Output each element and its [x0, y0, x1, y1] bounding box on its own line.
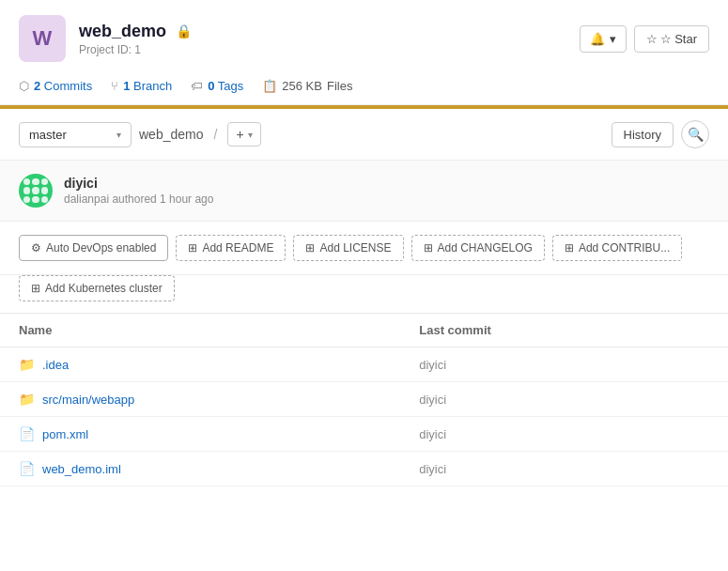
stats-bar: ⬡ 2 Commits ⑂ 1 Branch 🏷 0 Tags 📋 256 KB… [0, 73, 728, 105]
file-name-link[interactable]: .idea [42, 358, 69, 372]
search-icon: 🔍 [688, 127, 704, 142]
branch-right: History 🔍 [612, 120, 709, 148]
commits-count: 2 [34, 79, 40, 93]
add-readme-label: Add README [202, 241, 273, 255]
tags-stat: 🏷 0 Tags [191, 79, 243, 93]
notify-chevron: ▾ [610, 32, 616, 46]
branch-selector[interactable]: master ▾ [19, 122, 132, 147]
star-label: ☆ Star [660, 32, 697, 46]
kubernetes-row: ⊞ Add Kubernetes cluster [0, 275, 728, 313]
license-plus-icon: ⊞ [305, 241, 315, 255]
history-button[interactable]: History [612, 122, 674, 147]
auto-devops-label: Auto DevOps enabled [46, 241, 156, 255]
branches-link[interactable]: 1 Branch [123, 79, 172, 93]
file-table-body: 📁.ideadiyici📁src/main/webappdiyici📄pom.x… [0, 347, 728, 486]
repo-info: web_demo 🔒 Project ID: 1 [79, 22, 192, 56]
commit-author: diyici [64, 176, 213, 191]
contributing-plus-icon: ⊞ [565, 241, 574, 255]
add-readme-button[interactable]: ⊞ Add README [176, 235, 286, 261]
branch-icon: ⑂ [111, 79, 118, 93]
add-kubernetes-button[interactable]: ⊞ Add Kubernetes cluster [19, 275, 175, 301]
branches-label: Branch [133, 79, 172, 93]
table-row: 📁src/main/webappdiyici [0, 382, 728, 417]
tags-label: Tags [218, 79, 243, 93]
file-name-link[interactable]: web_demo.iml [42, 462, 121, 476]
branches-count: 1 [123, 79, 130, 93]
file-icon: 📄 [19, 461, 35, 476]
commits-label: Commits [44, 79, 92, 93]
readme-plus-icon: ⊞ [188, 241, 197, 255]
table-row: 📄web_demo.imldiyici [0, 452, 728, 486]
table-row: 📄pom.xmldiyici [0, 417, 728, 452]
auto-devops-button[interactable]: ⚙ Auto DevOps enabled [19, 235, 168, 261]
tag-icon: 🏷 [191, 79, 203, 93]
commits-stat: ⬡ 2 Commits [19, 79, 92, 93]
size-value: 256 KB [282, 79, 322, 93]
file-commit-cell: diyici [400, 347, 728, 382]
col-commit-header: Last commit [400, 314, 728, 347]
add-contributing-button[interactable]: ⊞ Add CONTRIBU... [552, 235, 682, 261]
files-icon: 📋 [262, 79, 277, 93]
file-name-cell: 📁src/main/webapp [0, 382, 400, 417]
search-button[interactable]: 🔍 [681, 120, 709, 148]
branch-name: master [29, 128, 67, 142]
action-buttons: ⚙ Auto DevOps enabled ⊞ Add README ⊞ Add… [0, 222, 728, 275]
branch-left: master ▾ web_demo / + ▾ [19, 122, 261, 147]
changelog-plus-icon: ⊞ [424, 241, 433, 255]
avatar-pattern [19, 174, 53, 208]
branch-bar: master ▾ web_demo / + ▾ History 🔍 [0, 109, 728, 161]
commit-info: diyici dalianpai authored 1 hour ago [0, 161, 728, 222]
branches-stat: ⑂ 1 Branch [111, 79, 172, 93]
add-changelog-label: Add CHANGELOG [438, 241, 533, 255]
star-icon: ☆ [646, 32, 658, 46]
star-button[interactable]: ☆ ☆ Star [634, 25, 709, 53]
repo-header-left: W web_demo 🔒 Project ID: 1 [19, 15, 192, 62]
tags-link[interactable]: 0 Tags [208, 79, 243, 93]
file-icon: 📄 [19, 426, 35, 441]
file-commit-cell: diyici [400, 452, 728, 486]
folder-icon: 📁 [19, 392, 35, 407]
commit-meta: dalianpai authored 1 hour ago [64, 193, 213, 206]
file-name-cell: 📄web_demo.iml [0, 452, 400, 486]
file-table: Name Last commit 📁.ideadiyici📁src/main/w… [0, 313, 728, 486]
gear-icon: ⚙ [31, 241, 41, 255]
lock-icon: 🔒 [176, 23, 192, 39]
notify-button[interactable]: 🔔 ▾ [580, 25, 627, 53]
add-file-button[interactable]: + ▾ [227, 122, 260, 147]
plus-icon: + [236, 127, 243, 142]
file-commit-cell: diyici [400, 382, 728, 417]
project-id: Project ID: 1 [79, 43, 192, 56]
files-label: Files [327, 79, 352, 93]
avatar-letter: W [33, 26, 53, 51]
add-kubernetes-label: Add Kubernetes cluster [45, 282, 163, 295]
path-label: web_demo [139, 127, 204, 142]
bell-icon: 🔔 [590, 32, 605, 46]
file-commit-cell: diyici [400, 417, 728, 452]
file-name-cell: 📁.idea [0, 347, 400, 382]
commits-icon: ⬡ [19, 79, 29, 93]
kubernetes-plus-icon: ⊞ [31, 282, 40, 295]
col-name-header: Name [0, 314, 400, 347]
repo-avatar: W [19, 15, 66, 62]
add-chevron-icon: ▾ [248, 130, 253, 140]
size-stat: 📋 256 KB Files [262, 79, 352, 93]
file-name-link[interactable]: src/main/webapp [42, 393, 134, 407]
file-name-link[interactable]: pom.xml [42, 427, 88, 441]
path-separator: / [214, 127, 218, 142]
repo-header-right: 🔔 ▾ ☆ ☆ Star [580, 25, 709, 53]
table-header-row: Name Last commit [0, 314, 728, 347]
add-changelog-button[interactable]: ⊞ Add CHANGELOG [411, 235, 545, 261]
add-contributing-label: Add CONTRIBU... [579, 241, 670, 255]
folder-icon: 📁 [19, 357, 35, 372]
repo-title: web_demo [79, 22, 166, 41]
tags-count: 0 [208, 79, 214, 93]
file-name-cell: 📄pom.xml [0, 417, 400, 452]
commits-link[interactable]: 2 Commits [34, 79, 92, 93]
commit-avatar [19, 174, 53, 208]
table-row: 📁.ideadiyici [0, 347, 728, 382]
commit-details: diyici dalianpai authored 1 hour ago [64, 176, 213, 206]
repo-header: W web_demo 🔒 Project ID: 1 🔔 ▾ ☆ ☆ Star [0, 0, 728, 73]
branch-chevron-icon: ▾ [116, 130, 121, 140]
add-license-label: Add LICENSE [319, 241, 391, 255]
add-license-button[interactable]: ⊞ Add LICENSE [293, 235, 403, 261]
